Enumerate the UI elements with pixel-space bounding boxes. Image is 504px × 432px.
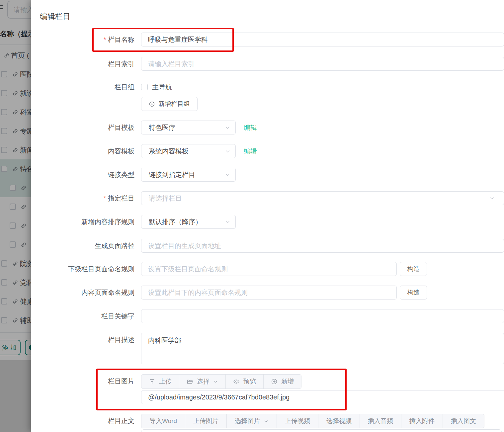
toolbar-button-label: 新增 xyxy=(281,377,294,386)
form-row-column-body: 栏目正文 导入Word上传图片选择图片上传视频选择视频插入音频插入附件插入图文 xyxy=(31,414,504,428)
sort-rule-value: 默认排序（降序） xyxy=(149,217,202,226)
link-type-value: 链接到指定栏目 xyxy=(149,170,195,179)
chevron-down-icon xyxy=(264,419,269,424)
chevron-down-icon xyxy=(224,219,231,225)
toolbar-button[interactable]: 选择视频 xyxy=(318,414,360,428)
keywords-label: 栏目关键字 xyxy=(31,309,134,323)
toolbar-button[interactable]: 导入Word xyxy=(141,414,185,428)
column-name-label: 栏目名称 xyxy=(31,33,134,46)
toolbar-button-label: 导入Word xyxy=(149,417,177,425)
toolbar-button[interactable]: 上传视频 xyxy=(277,414,318,428)
form-row-description: 栏目描述 内科医学部 xyxy=(31,333,504,364)
toolbar-button-label: 插入图文 xyxy=(451,417,476,425)
target-column-select[interactable]: 请选择栏目 xyxy=(141,191,504,205)
column-index-label: 栏目索引 xyxy=(31,57,134,71)
add-column-group-label: 新增栏目组 xyxy=(158,100,190,108)
eye-icon xyxy=(233,378,240,385)
column-index-input[interactable] xyxy=(141,57,504,71)
sort-rule-label: 新增内容排序规则 xyxy=(31,215,134,229)
column-name-input[interactable] xyxy=(141,33,504,46)
toolbar-button-label: 预览 xyxy=(243,377,256,386)
dialog-title: 编辑栏目 xyxy=(40,11,70,22)
content-rule-input[interactable] xyxy=(141,286,397,300)
toolbar-button-label: 选择视频 xyxy=(326,417,352,425)
form-row-content-template: 内容模板 系统内容模板 编辑 xyxy=(31,144,504,158)
chevron-down-icon xyxy=(224,125,231,131)
folder-icon xyxy=(187,378,193,385)
toolbar-button[interactable]: 插入图文 xyxy=(443,414,484,428)
form-row-column-group: 栏目组 主导航 新增栏目组 xyxy=(31,80,504,111)
keywords-input[interactable] xyxy=(141,309,504,323)
toolbar-button-label: 插入音频 xyxy=(368,417,393,425)
chevron-down-icon xyxy=(224,148,231,154)
column-template-select[interactable]: 特色医疗 xyxy=(141,121,236,134)
build-button[interactable]: 构造 xyxy=(400,286,427,300)
content-rule-label: 内容页面命名规则 xyxy=(31,286,134,300)
eye-button[interactable]: 预览 xyxy=(226,375,264,389)
toolbar-button-label: 插入附件 xyxy=(409,417,435,425)
form-row-column-image: 栏目图片 上传选择预览新增 xyxy=(31,374,504,404)
upload-button[interactable]: 上传 xyxy=(141,375,179,389)
form-row-sub-rule: 下级栏目页面命名规则 构造 xyxy=(31,262,504,276)
toolbar-button[interactable]: 插入音频 xyxy=(360,414,401,428)
build-button[interactable]: 构造 xyxy=(400,262,427,276)
form-row-column-template: 栏目模板 特色医疗 编辑 xyxy=(31,121,504,134)
rich-text-editor[interactable] xyxy=(141,429,502,432)
sort-rule-select[interactable]: 默认排序（降序） xyxy=(141,215,236,229)
toolbar-button-label: 选择 xyxy=(197,377,210,386)
plus-button[interactable]: 新增 xyxy=(264,375,301,389)
form-row-column-name: 栏目名称 xyxy=(31,33,504,46)
page: 名称（提示 首页 (医院就诊科室专家新闻特色院务党群健康辅助 添 加 编辑栏目 … xyxy=(0,0,504,432)
description-textarea[interactable]: 内科医学部 xyxy=(141,333,504,364)
add-column-group-button[interactable]: 新增栏目组 xyxy=(141,97,198,111)
content-template-select[interactable]: 系统内容模板 xyxy=(141,144,236,158)
column-image-label: 栏目图片 xyxy=(31,374,134,388)
form-row-keywords: 栏目关键字 xyxy=(31,309,504,323)
edit-column-template-link[interactable]: 编辑 xyxy=(244,121,257,134)
column-template-value: 特色医疗 xyxy=(149,123,175,132)
toolbar-button-label: 上传视频 xyxy=(285,417,310,425)
sub-rule-label: 下级栏目页面命名规则 xyxy=(31,262,134,276)
edit-column-dialog: 编辑栏目 栏目名称 栏目索引 栏目组 主导航 新增栏目组 xyxy=(31,0,504,432)
main-nav-checkbox[interactable] xyxy=(141,84,148,90)
toolbar-button-label: 选择图片 xyxy=(235,417,260,425)
page-path-label: 生成页面路径 xyxy=(31,239,134,253)
toolbar-button[interactable]: 插入附件 xyxy=(401,414,443,428)
content-template-label: 内容模板 xyxy=(31,144,134,158)
chevron-down-icon xyxy=(489,195,495,202)
plus-circle-icon xyxy=(149,101,155,107)
edit-content-template-link[interactable]: 编辑 xyxy=(244,144,257,158)
main-nav-checkbox-label: 主导航 xyxy=(152,83,172,92)
image-path-input[interactable] xyxy=(141,390,504,404)
body-toolbar: 导入Word上传图片选择图片上传视频选择视频插入音频插入附件插入图文 xyxy=(141,414,484,428)
link-type-label: 链接类型 xyxy=(31,168,134,182)
target-column-label: 指定栏目 xyxy=(31,191,134,205)
column-template-label: 栏目模板 xyxy=(31,121,134,134)
image-toolbar: 上传选择预览新增 xyxy=(141,374,301,389)
content-template-value: 系统内容模板 xyxy=(149,147,189,156)
sub-rule-input[interactable] xyxy=(141,262,397,276)
form-row-sort-rule: 新增内容排序规则 默认排序（降序） xyxy=(31,215,504,229)
column-body-label: 栏目正文 xyxy=(31,414,134,428)
form-row-target-column: 指定栏目 请选择栏目 xyxy=(31,191,504,205)
plus-icon xyxy=(271,378,278,385)
upload-icon xyxy=(149,378,155,385)
description-label: 栏目描述 xyxy=(31,333,134,347)
chevron-down-icon xyxy=(224,172,231,178)
column-group-label: 栏目组 xyxy=(31,80,134,94)
toolbar-button-label: 上传 xyxy=(159,377,172,386)
target-column-placeholder: 请选择栏目 xyxy=(149,194,182,203)
link-type-select[interactable]: 链接到指定栏目 xyxy=(141,168,236,182)
form-row-page-path: 生成页面路径 xyxy=(31,239,504,253)
form-row-content-rule: 内容页面命名规则 构造 xyxy=(31,286,504,300)
toolbar-button-label: 上传图片 xyxy=(193,417,218,425)
page-path-input[interactable] xyxy=(141,239,504,253)
toolbar-button[interactable]: 选择图片 xyxy=(227,414,277,428)
folder-button[interactable]: 选择 xyxy=(179,375,226,389)
toolbar-button[interactable]: 上传图片 xyxy=(185,414,227,428)
form-row-link-type: 链接类型 链接到指定栏目 xyxy=(31,168,504,182)
form-row-column-index: 栏目索引 xyxy=(31,57,504,71)
chevron-down-icon xyxy=(213,379,218,384)
modal-overlay[interactable] xyxy=(0,0,31,432)
